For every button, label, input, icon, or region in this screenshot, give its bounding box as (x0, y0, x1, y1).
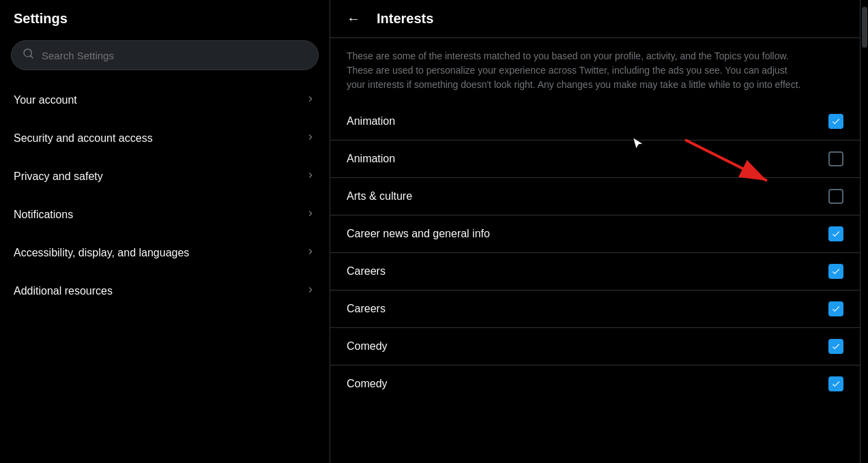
interests-description: These are some of the interests matched … (330, 38, 822, 98)
interest-name: Animation (347, 153, 395, 165)
chevron-right-icon (305, 208, 316, 222)
chevron-right-icon (305, 246, 316, 260)
interest-name: Comedy (347, 340, 388, 353)
interest-name: Careers (347, 303, 386, 315)
interest-list-item: Animation (330, 140, 860, 178)
search-bar-container[interactable] (0, 35, 330, 76)
interest-list-item: Arts & culture (330, 178, 860, 215)
checkbox-unchecked[interactable] (828, 151, 843, 166)
chevron-right-icon (305, 93, 316, 107)
chevron-right-icon (305, 284, 316, 298)
search-input[interactable] (42, 50, 307, 61)
interest-name: Careers (347, 265, 386, 278)
interests-list: Animation Animation Arts & culture Caree… (330, 98, 860, 408)
search-icon (23, 48, 35, 63)
sidebar-item-security[interactable]: Security and account access (0, 119, 330, 158)
sidebar-item-your-account[interactable]: Your account (0, 81, 330, 119)
search-bar[interactable] (11, 40, 319, 70)
sidebar-item-privacy[interactable]: Privacy and safety (0, 158, 330, 196)
nav-item-label: Security and account access (14, 132, 153, 145)
interest-name: Animation (347, 115, 395, 128)
nav-item-label: Additional resources (14, 285, 113, 297)
nav-item-label: Privacy and safety (14, 170, 103, 183)
sidebar-item-accessibility[interactable]: Accessibility, display, and languages (0, 234, 330, 272)
checkbox-unchecked[interactable] (828, 189, 843, 204)
nav-item-label: Your account (14, 94, 77, 106)
back-button[interactable]: ← (347, 11, 360, 27)
checkbox-checked[interactable] (828, 114, 843, 129)
scrollbar-thumb[interactable] (862, 7, 867, 48)
nav-item-label: Accessibility, display, and languages (14, 247, 189, 259)
checkbox-checked[interactable] (828, 376, 843, 391)
checkbox-checked[interactable] (828, 339, 843, 354)
interest-list-item: Comedy (330, 328, 860, 365)
interest-name: Comedy (347, 378, 388, 390)
checkbox-checked[interactable] (828, 264, 843, 279)
interest-name: Arts & culture (347, 190, 412, 203)
interests-title: Interests (377, 11, 433, 27)
interest-list-item: Careers (330, 253, 860, 290)
chevron-right-icon (305, 170, 316, 183)
interest-name: Career news and general info (347, 228, 490, 240)
interest-list-item: Careers (330, 290, 860, 328)
settings-title: Settings (0, 0, 330, 35)
checkbox-checked[interactable] (828, 301, 843, 316)
scrollbar-track[interactable] (860, 0, 868, 463)
nav-item-label: Notifications (14, 209, 73, 221)
interest-list-item: Animation (330, 103, 860, 140)
checkbox-checked[interactable] (828, 226, 843, 241)
sidebar-item-notifications[interactable]: Notifications (0, 196, 330, 234)
nav-list: Your account Security and account access… (0, 76, 330, 316)
interest-list-item: Comedy (330, 365, 860, 402)
sidebar: Settings Your account Security and accou… (0, 0, 330, 463)
main-content: ← Interests These are some of the intere… (330, 0, 860, 463)
chevron-right-icon (305, 132, 316, 145)
interest-list-item: Career news and general info (330, 215, 860, 253)
interests-header: ← Interests (330, 0, 860, 38)
sidebar-item-additional[interactable]: Additional resources (0, 272, 330, 310)
